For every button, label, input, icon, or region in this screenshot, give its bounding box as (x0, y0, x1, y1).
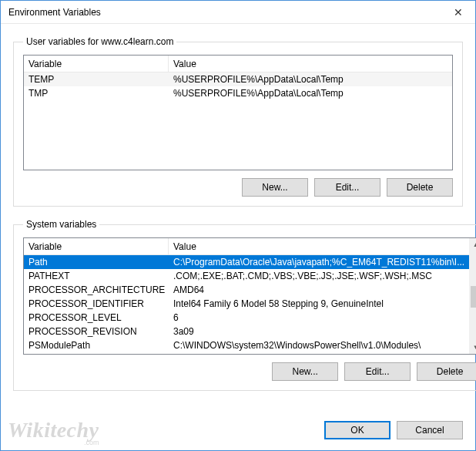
table-row[interactable]: PROCESSOR_ARCHITECTURE AMD64 (24, 283, 469, 297)
cell-variable: PSModulePath (24, 340, 169, 351)
window-title: Environment Variables (8, 7, 441, 18)
user-variables-legend: User variables for www.c4learn.com (23, 36, 176, 47)
cell-value: 3a09 (169, 326, 469, 337)
cell-value: %USERPROFILE%\AppData\Local\Temp (169, 74, 452, 85)
cell-variable: PROCESSOR_ARCHITECTURE (24, 284, 169, 295)
table-row[interactable]: PROCESSOR_IDENTIFIER Intel64 Family 6 Mo… (24, 297, 469, 311)
cell-value: .COM;.EXE;.BAT;.CMD;.VBS;.VBE;.JS;.JSE;.… (169, 271, 469, 281)
cell-variable: PROCESSOR_LEVEL (24, 312, 169, 323)
scroll-down-icon[interactable]: ▼ (469, 341, 476, 354)
env-vars-dialog: Environment Variables ✕ User variables f… (0, 0, 476, 451)
user-edit-button[interactable]: Edit... (314, 178, 380, 197)
dialog-content: User variables for www.c4learn.com Varia… (1, 24, 475, 418)
cell-variable: PROCESSOR_IDENTIFIER (24, 298, 169, 309)
system-variables-legend: System variables (23, 219, 99, 230)
user-variables-group: User variables for www.c4learn.com Varia… (13, 36, 463, 207)
cell-value: C:\WINDOWS\system32\WindowsPowerShell\v1… (169, 340, 469, 351)
scroll-up-icon[interactable]: ▲ (469, 238, 476, 251)
cell-value: 6 (169, 312, 469, 323)
cancel-button[interactable]: Cancel (397, 421, 463, 439)
user-col-value[interactable]: Value (169, 56, 452, 72)
user-col-variable[interactable]: Variable (24, 56, 169, 72)
cell-value: C:\ProgramData\Oracle\Java\javapath;%C_E… (169, 257, 469, 268)
system-col-variable[interactable]: Variable (24, 238, 169, 254)
system-col-value[interactable]: Value (169, 238, 469, 254)
system-new-button[interactable]: New... (272, 362, 338, 381)
user-variables-list[interactable]: Variable Value TEMP %USERPROFILE%\AppDat… (23, 55, 453, 170)
system-delete-button[interactable]: Delete (417, 362, 476, 381)
system-variables-list[interactable]: Variable Value Path C:\ProgramData\Oracl… (23, 237, 476, 355)
scroll-thumb[interactable] (471, 286, 476, 308)
system-list-header: Variable Value (24, 238, 469, 255)
cell-value: %USERPROFILE%\AppData\Local\Temp (169, 88, 452, 99)
ok-button[interactable]: OK (324, 421, 391, 439)
titlebar: Environment Variables ✕ (1, 1, 475, 24)
table-row[interactable]: PROCESSOR_LEVEL 6 (24, 311, 469, 325)
system-variables-group: System variables Variable Value Path C:\… (13, 219, 476, 391)
system-edit-button[interactable]: Edit... (344, 362, 411, 381)
user-list-header: Variable Value (24, 56, 452, 72)
system-scrollbar[interactable]: ▲ ▼ (469, 238, 476, 354)
user-new-button[interactable]: New... (242, 178, 308, 197)
table-row[interactable]: PROCESSOR_REVISION 3a09 (24, 325, 469, 338)
close-icon: ✕ (454, 6, 463, 19)
user-delete-button[interactable]: Delete (387, 178, 453, 197)
cell-variable: PATHEXT (24, 271, 169, 281)
user-buttons: New... Edit... Delete (23, 178, 453, 197)
system-buttons: New... Edit... Delete (23, 362, 476, 381)
cell-variable: TEMP (24, 74, 169, 85)
cell-variable: PROCESSOR_REVISION (24, 326, 169, 337)
dialog-footer: OK Cancel (1, 418, 475, 450)
scroll-track[interactable] (469, 251, 476, 341)
table-row[interactable]: TMP %USERPROFILE%\AppData\Local\Temp (24, 86, 452, 100)
cell-value: Intel64 Family 6 Model 58 Stepping 9, Ge… (169, 298, 469, 309)
cell-variable: Path (24, 257, 169, 268)
system-list-body: Path C:\ProgramData\Oracle\Java\javapath… (24, 255, 469, 352)
table-row[interactable]: Path C:\ProgramData\Oracle\Java\javapath… (24, 255, 469, 269)
table-row[interactable]: PATHEXT .COM;.EXE;.BAT;.CMD;.VBS;.VBE;.J… (24, 269, 469, 283)
close-button[interactable]: ✕ (441, 1, 475, 23)
cell-value: AMD64 (169, 284, 469, 295)
table-row[interactable]: TEMP %USERPROFILE%\AppData\Local\Temp (24, 72, 452, 86)
user-list-body: TEMP %USERPROFILE%\AppData\Local\Temp TM… (24, 72, 452, 100)
table-row[interactable]: PSModulePath C:\WINDOWS\system32\Windows… (24, 338, 469, 352)
cell-variable: TMP (24, 88, 169, 99)
